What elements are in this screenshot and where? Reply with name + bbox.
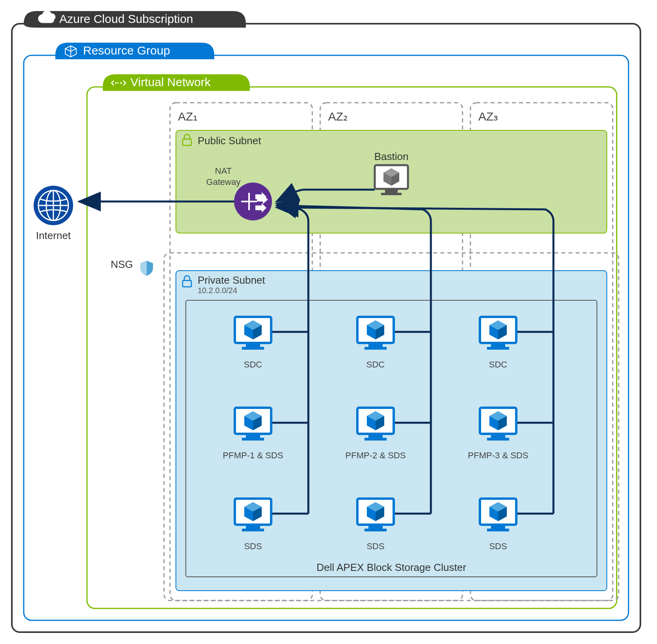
svg-point-4: [115, 82, 117, 84]
az2-label: AZ₂: [328, 110, 348, 123]
private-subnet-cidr: 10.2.0.0/24: [198, 286, 237, 295]
az1-label: AZ₁: [178, 110, 198, 123]
cluster-label: Dell APEX Block Storage Cluster: [317, 561, 466, 573]
vnet-title: Virtual Network: [130, 75, 211, 89]
bastion: Bastion: [374, 151, 409, 195]
private-subnet-label: Private Subnet: [198, 274, 265, 286]
svg-text:NSG: NSG: [111, 258, 133, 270]
resource-group-title: Resource Group: [83, 44, 170, 57]
svg-text:Bastion: Bastion: [374, 151, 409, 162]
svg-rect-26: [381, 193, 402, 195]
internet-label: Internet: [36, 230, 71, 241]
svg-text:SDC: SDC: [366, 360, 385, 369]
svg-point-5: [121, 82, 122, 84]
shield-icon: [140, 261, 153, 276]
svg-rect-25: [385, 189, 398, 193]
svg-text:SDS: SDS: [366, 541, 384, 551]
svg-text:Gateway: Gateway: [206, 177, 241, 187]
svg-text:PFMP-2 & SDS: PFMP-2 & SDS: [345, 450, 406, 460]
public-subnet-label: Public Subnet: [198, 135, 261, 147]
internet-node: Internet: [34, 186, 73, 241]
svg-text:NAT: NAT: [215, 166, 232, 176]
svg-text:PFMP-1 & SDS: PFMP-1 & SDS: [223, 450, 283, 460]
az3-label: AZ₃: [478, 110, 498, 123]
svg-text:PFMP-3 & SDS: PFMP-3 & SDS: [468, 450, 529, 460]
svg-text:SDC: SDC: [244, 360, 262, 369]
svg-text:SDS: SDS: [244, 541, 262, 551]
svg-text:SDS: SDS: [489, 541, 507, 551]
subscription-title: Azure Cloud Subscription: [59, 12, 193, 25]
nsg: NSG: [111, 258, 153, 276]
globe-icon: [38, 190, 68, 220]
svg-text:SDC: SDC: [489, 360, 508, 369]
